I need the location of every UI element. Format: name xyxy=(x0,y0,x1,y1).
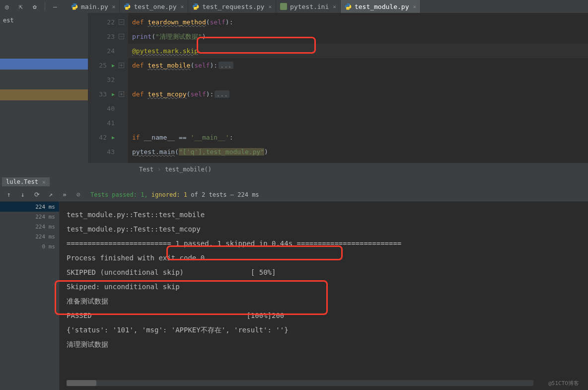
gutter: 22− 23− 24 25▶+ 32 33▶+ 40 41 42▶ 43 xyxy=(88,13,128,163)
chevron-right-icon: › xyxy=(157,166,161,173)
line-number: 43 xyxy=(102,148,115,156)
tab-label: pytest.ini xyxy=(290,3,329,10)
tree-row[interactable]: 224 ms xyxy=(0,222,59,232)
tab-test-one[interactable]: test_one.py✕ xyxy=(120,0,188,13)
console-output[interactable]: test_module.py::Test::test_mobile test_m… xyxy=(60,202,588,390)
project-sidebar[interactable]: est xyxy=(0,13,88,163)
duration: 224 ms xyxy=(35,234,55,240)
tree-row[interactable]: 224 ms xyxy=(0,212,59,222)
line-number: 25 xyxy=(94,62,107,69)
arrow-up-icon[interactable]: ↑ xyxy=(4,190,14,200)
tab-test-module[interactable]: test_module.py✕ xyxy=(341,0,421,13)
breadcrumb-item[interactable]: Test xyxy=(139,166,153,173)
fold-icon[interactable]: + xyxy=(119,91,124,97)
python-icon xyxy=(71,3,78,10)
close-icon[interactable]: ✕ xyxy=(268,3,272,10)
close-icon[interactable]: ✕ xyxy=(42,179,46,185)
duration: 224 ms xyxy=(35,204,55,210)
close-icon[interactable]: ✕ xyxy=(112,3,116,10)
tool-tabs: lule.Test✕ xyxy=(0,176,588,188)
watermark: @51CTO博客 xyxy=(548,380,579,387)
console-line: SKIPPED (unconditional skip) [ 50%] xyxy=(67,265,581,280)
console-line: 准备测试数据 xyxy=(67,294,581,309)
tab-label: test_one.py xyxy=(134,3,176,10)
python-icon xyxy=(124,3,131,10)
code-editor[interactable]: 22− 23− 24 25▶+ 32 33▶+ 40 41 42▶ 43 def… xyxy=(88,13,588,163)
sidebar-node[interactable] xyxy=(0,89,88,100)
python-icon xyxy=(192,3,199,10)
tab-label: test_module.py xyxy=(355,3,409,10)
scrollbar-track[interactable] xyxy=(67,380,533,386)
line-number: 24 xyxy=(102,47,115,55)
run-gutter-icon[interactable]: ▶ xyxy=(112,135,115,140)
tree-row[interactable]: 224 ms xyxy=(0,202,59,212)
tree-row[interactable]: 224 ms xyxy=(0,232,59,241)
tab-test-requests[interactable]: test_requests.py✕ xyxy=(188,0,276,13)
run-gutter-icon[interactable]: ▶ xyxy=(112,63,115,68)
duration: 0 ms xyxy=(42,243,56,250)
export-icon[interactable]: ↗ xyxy=(46,190,56,200)
fold-icon[interactable]: + xyxy=(119,63,124,68)
sidebar-header: est xyxy=(3,17,14,24)
settings-icon[interactable]: ✿ xyxy=(30,1,40,11)
history-icon[interactable]: ⟳ xyxy=(32,190,42,200)
arrow-down-icon[interactable]: ↓ xyxy=(18,190,28,200)
tool-tab-label: lule.Test xyxy=(6,178,38,185)
line-number: 33 xyxy=(94,90,107,98)
run-gutter-icon[interactable]: ▶ xyxy=(112,91,115,97)
close-icon[interactable]: ✕ xyxy=(413,3,416,10)
fold-icon[interactable]: − xyxy=(119,19,124,25)
close-icon[interactable]: ✕ xyxy=(181,3,184,10)
breadcrumb-item[interactable]: test_mobile() xyxy=(165,166,212,173)
line-number: 22 xyxy=(102,18,115,26)
console-line: {'status': '101', 'msg': 'APPKEY不存在', 'r… xyxy=(67,323,581,337)
line-number: 32 xyxy=(102,76,115,83)
expand-icon[interactable]: ⇱ xyxy=(16,1,26,11)
tab-main[interactable]: main.py✕ xyxy=(67,0,120,13)
tool-tab-run[interactable]: lule.Test✕ xyxy=(2,177,50,186)
target-icon[interactable]: ◎ xyxy=(2,1,12,11)
tree-row[interactable]: 0 ms xyxy=(0,241,59,251)
duration: 224 ms xyxy=(35,214,55,220)
console-line: ========================= 1 passed, 1 sk… xyxy=(67,236,581,251)
line-number: 40 xyxy=(102,105,115,112)
breadcrumb[interactable]: Test › test_mobile() xyxy=(0,163,588,176)
fold-icon[interactable]: − xyxy=(119,34,124,39)
duration: 224 ms xyxy=(35,224,55,230)
tab-label: test_requests.py xyxy=(202,3,264,10)
console-line: PASSED [100%]200 xyxy=(67,309,581,323)
tab-label: main.py xyxy=(81,3,108,10)
test-status: Tests passed: 1, ignored: 1 of 2 tests –… xyxy=(90,191,259,198)
main-toolbar: ◎ ⇱ ✿ — main.py✕ test_one.py✕ test_reque… xyxy=(0,0,588,13)
more-icon[interactable]: » xyxy=(60,190,70,200)
scrollbar-thumb[interactable] xyxy=(67,380,96,386)
console-line: test_module.py::Test::test_mobile xyxy=(67,208,581,222)
console-line: Process finished with exit code 0 xyxy=(67,251,581,265)
console-line: 清理测试数据 xyxy=(67,337,581,352)
line-number: 23 xyxy=(102,33,115,40)
console-line: Skipped: unconditional skip xyxy=(67,280,581,294)
console-line: test_module.py::Test::test_mcopy xyxy=(67,222,581,236)
ini-icon xyxy=(280,3,287,10)
test-tree[interactable]: 224 ms 224 ms 224 ms 224 ms 0 ms xyxy=(0,202,60,390)
sidebar-selected-node[interactable] xyxy=(0,59,88,70)
disabled-icon: ⊘ xyxy=(74,190,83,200)
line-number: 41 xyxy=(102,119,115,127)
editor-tabs: main.py✕ test_one.py✕ test_requests.py✕ … xyxy=(67,0,588,13)
test-runner-toolbar: ↑ ↓ ⟳ ↗ » ⊘ Tests passed: 1, ignored: 1 … xyxy=(0,188,588,202)
tab-pytest-ini[interactable]: pytest.ini✕ xyxy=(276,0,341,13)
line-number: 42 xyxy=(94,134,107,141)
collapse-icon[interactable]: — xyxy=(50,1,60,11)
close-icon[interactable]: ✕ xyxy=(333,3,336,10)
code-area[interactable]: def teardown_method(self): print("清理测试数据… xyxy=(128,13,588,163)
python-icon xyxy=(345,3,352,10)
